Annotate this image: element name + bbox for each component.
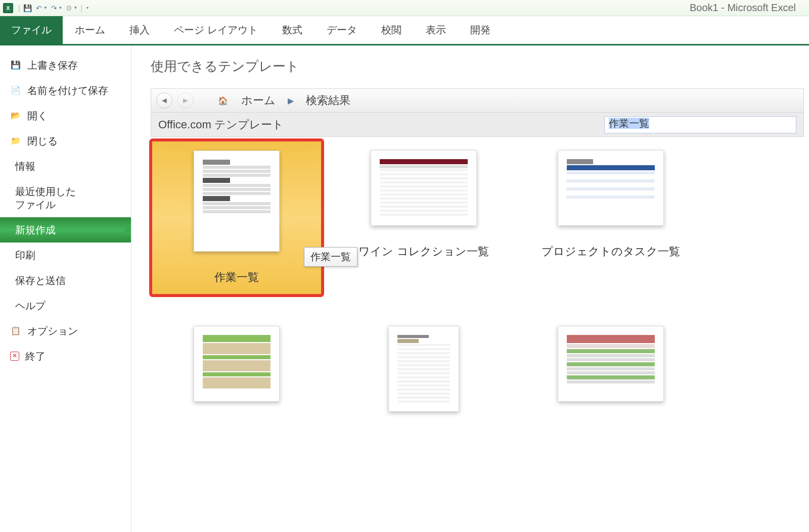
sidebar-item-label: 新規作成 — [15, 223, 56, 236]
save-icon: 💾 — [23, 4, 32, 12]
qat-redo-button[interactable]: ↷ — [49, 3, 60, 14]
sidebar-item-label: 終了 — [25, 350, 46, 363]
qat-custom-button[interactable]: ⚙ — [63, 3, 74, 14]
tab-view[interactable]: 表示 — [414, 16, 458, 44]
sidebar-item-label: 保存と送信 — [15, 274, 66, 287]
options-icon: 📋 — [10, 325, 21, 336]
sidebar-item-label: 名前を付けて保存 — [27, 84, 108, 97]
sidebar-item-help[interactable]: ヘルプ — [0, 293, 131, 318]
sidebar-item-share[interactable]: 保存と送信 — [0, 268, 131, 293]
sidebar-item-info[interactable]: 情報 — [0, 154, 131, 179]
tab-review[interactable]: 校閲 — [369, 16, 414, 44]
exit-icon: ✕ — [10, 352, 19, 361]
tab-formulas[interactable]: 数式 — [270, 16, 314, 44]
sidebar-item-save-as[interactable]: 📄 名前を付けて保存 — [0, 78, 131, 103]
sidebar-item-label: ヘルプ — [15, 299, 46, 312]
save-as-icon: 📄 — [10, 85, 21, 96]
tab-home[interactable]: ホーム — [63, 16, 117, 44]
sidebar-item-exit[interactable]: ✕ 終了 — [0, 344, 131, 369]
sidebar-item-options[interactable]: 📋 オプション — [0, 318, 131, 344]
template-label: 作業一覧 — [214, 270, 259, 285]
sidebar-item-label: 最近使用した ファイル — [15, 185, 76, 211]
sidebar-item-label: 閉じる — [27, 134, 58, 148]
template-item[interactable]: プロジェクトのタスク一覧 — [525, 140, 697, 296]
qat-customize-dropdown[interactable]: ▾ — [86, 6, 88, 10]
sidebar-item-label: 印刷 — [15, 249, 35, 262]
template-item[interactable] — [151, 316, 323, 440]
save-icon: 💾 — [10, 60, 21, 71]
template-thumbnail — [388, 326, 459, 412]
template-thumbnail — [194, 326, 280, 402]
chevron-down-icon[interactable]: ▼ — [43, 6, 48, 10]
window-title: Book1 - Microsoft Excel — [89, 2, 806, 14]
sidebar-item-label: オプション — [27, 324, 78, 337]
qat-save-button[interactable]: 💾 — [22, 3, 33, 14]
search-value: 作業一覧 — [609, 118, 649, 129]
sidebar-item-save[interactable]: 💾 上書き保存 — [0, 53, 131, 78]
template-search-input[interactable]: 作業一覧 — [604, 116, 796, 133]
undo-icon: ↶ — [36, 4, 42, 12]
template-item[interactable] — [525, 316, 697, 440]
tab-page-layout[interactable]: ページ レイアウト — [162, 16, 270, 44]
sidebar-item-print[interactable]: 印刷 — [0, 243, 131, 268]
nav-home-button[interactable]: 🏠 — [214, 92, 232, 109]
qat-separator: | — [18, 4, 20, 12]
qat-separator: | — [80, 4, 82, 12]
chevron-right-icon: ▶ — [288, 96, 294, 106]
title-bar: X | 💾 ↶ ▼ ↷ ▼ ⚙ ▼ | ▾ Book1 - Microsoft … — [0, 0, 809, 16]
section-label: Office.com テンプレート — [158, 117, 284, 132]
sidebar-item-recent[interactable]: 最近使用した ファイル — [0, 179, 131, 217]
nav-forward-button[interactable]: ► — [177, 92, 194, 109]
ribbon-tabs: ファイル ホーム 挿入 ページ レイアウト 数式 データ 校閲 表示 開発 — [0, 16, 809, 45]
page-heading: 使用できるテンプレート — [151, 58, 804, 75]
template-thumbnail — [558, 326, 664, 402]
sidebar-item-close[interactable]: 📁 閉じる — [0, 128, 131, 154]
chevron-down-icon[interactable]: ▼ — [59, 6, 63, 10]
template-label: ワイン コレクション一覧 — [358, 244, 488, 259]
breadcrumb-home[interactable]: ホーム — [237, 93, 280, 108]
backstage-sidebar: 💾 上書き保存 📄 名前を付けて保存 📂 開く 📁 閉じる 情報 最近使用した … — [0, 45, 131, 532]
sidebar-item-open[interactable]: 📂 開く — [0, 103, 131, 128]
redo-icon: ↷ — [51, 4, 57, 12]
template-navbar: ◄ ► 🏠 ホーム ▶ 検索結果 — [151, 88, 804, 113]
gear-icon: ⚙ — [66, 4, 72, 12]
section-bar: Office.com テンプレート 作業一覧 — [151, 113, 804, 137]
sidebar-item-label: 情報 — [15, 160, 35, 173]
sidebar-item-label: 開く — [27, 109, 48, 122]
template-item[interactable]: 作業一覧 作業一覧 — [151, 140, 323, 296]
tab-data[interactable]: データ — [314, 16, 369, 44]
template-thumbnail — [558, 150, 664, 226]
excel-logo-icon: X — [3, 3, 13, 13]
folder-open-icon: 📂 — [10, 110, 21, 121]
content-pane: 使用できるテンプレート ◄ ► 🏠 ホーム ▶ 検索結果 Office.com … — [131, 45, 809, 532]
tab-file[interactable]: ファイル — [0, 16, 63, 44]
arrow-right-icon: ► — [182, 96, 190, 105]
home-icon: 🏠 — [218, 96, 228, 106]
template-label: プロジェクトのタスク一覧 — [542, 244, 680, 259]
arrow-left-icon: ◄ — [160, 96, 168, 105]
sidebar-item-new[interactable]: 新規作成 — [0, 217, 131, 243]
template-thumbnail — [194, 151, 280, 252]
folder-icon: 📁 — [10, 135, 21, 147]
qat-undo-button[interactable]: ↶ — [33, 3, 44, 14]
tab-developer[interactable]: 開発 — [458, 16, 503, 44]
template-item[interactable]: ワイン コレクション一覧 — [338, 140, 510, 296]
tab-insert[interactable]: 挿入 — [117, 16, 162, 44]
nav-back-button[interactable]: ◄ — [156, 92, 172, 109]
template-grid: 作業一覧 作業一覧 ワイン コレクション一覧 — [151, 137, 804, 440]
template-item[interactable] — [338, 316, 510, 440]
sidebar-item-label: 上書き保存 — [27, 59, 78, 72]
breadcrumb-current: 検索結果 — [302, 93, 354, 108]
chevron-down-icon[interactable]: ▼ — [73, 6, 77, 10]
template-thumbnail — [371, 150, 477, 226]
